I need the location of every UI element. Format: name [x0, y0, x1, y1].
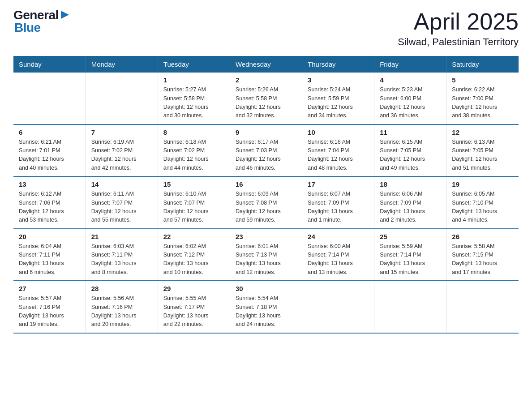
- day-number: 22: [163, 233, 224, 240]
- calendar-cell: 23Sunrise: 6:01 AM Sunset: 7:13 PM Dayli…: [230, 229, 302, 281]
- day-number: 5: [452, 76, 513, 84]
- day-info: Sunrise: 5:54 AM Sunset: 7:18 PM Dayligh…: [236, 294, 296, 329]
- calendar-cell: 9Sunrise: 6:17 AM Sunset: 7:03 PM Daylig…: [230, 124, 302, 177]
- calendar-cell: 4Sunrise: 5:23 AM Sunset: 6:00 PM Daylig…: [374, 73, 446, 124]
- calendar-cell: 15Sunrise: 6:10 AM Sunset: 7:07 PM Dayli…: [158, 176, 230, 229]
- page-subtitle: Silwad, Palestinian Territory: [398, 36, 519, 48]
- day-info: Sunrise: 6:11 AM Sunset: 7:07 PM Dayligh…: [91, 190, 152, 225]
- calendar-cell: 26Sunrise: 5:58 AM Sunset: 7:15 PM Dayli…: [446, 229, 519, 281]
- day-info: Sunrise: 5:55 AM Sunset: 7:17 PM Dayligh…: [163, 294, 224, 329]
- day-info: Sunrise: 6:05 AM Sunset: 7:10 PM Dayligh…: [452, 190, 513, 225]
- day-info: Sunrise: 6:19 AM Sunset: 7:02 PM Dayligh…: [91, 138, 152, 173]
- day-number: 2: [236, 76, 296, 84]
- day-of-week-header: Saturday: [446, 56, 519, 73]
- calendar-cell: 22Sunrise: 6:02 AM Sunset: 7:12 PM Dayli…: [158, 229, 230, 281]
- day-info: Sunrise: 5:24 AM Sunset: 5:59 PM Dayligh…: [308, 86, 369, 120]
- day-number: 10: [308, 128, 369, 136]
- calendar-cell: [86, 73, 158, 124]
- calendar-cell: 14Sunrise: 6:11 AM Sunset: 7:07 PM Dayli…: [86, 176, 158, 229]
- day-of-week-header: Sunday: [13, 56, 86, 73]
- logo: General Blue: [13, 9, 70, 34]
- svg-marker-0: [61, 11, 69, 19]
- calendar-cell: 19Sunrise: 6:05 AM Sunset: 7:10 PM Dayli…: [446, 176, 519, 229]
- calendar-cell: 3Sunrise: 5:24 AM Sunset: 5:59 PM Daylig…: [302, 73, 374, 124]
- day-info: Sunrise: 6:03 AM Sunset: 7:11 PM Dayligh…: [91, 242, 152, 277]
- calendar-cell: [374, 281, 446, 333]
- calendar-cell: 10Sunrise: 6:16 AM Sunset: 7:04 PM Dayli…: [302, 124, 374, 177]
- calendar-cell: 6Sunrise: 6:21 AM Sunset: 7:01 PM Daylig…: [13, 124, 86, 177]
- calendar-week-row: 13Sunrise: 6:12 AM Sunset: 7:06 PM Dayli…: [13, 176, 519, 229]
- calendar-cell: 20Sunrise: 6:04 AM Sunset: 7:11 PM Dayli…: [13, 229, 86, 281]
- day-number: 3: [308, 76, 369, 84]
- calendar-week-row: 1Sunrise: 5:27 AM Sunset: 5:58 PM Daylig…: [13, 73, 519, 124]
- day-number: 14: [91, 180, 152, 188]
- day-info: Sunrise: 6:15 AM Sunset: 7:05 PM Dayligh…: [380, 138, 441, 173]
- day-of-week-header: Tuesday: [158, 56, 230, 73]
- calendar-cell: 18Sunrise: 6:06 AM Sunset: 7:09 PM Dayli…: [374, 176, 446, 229]
- day-number: 21: [91, 233, 152, 240]
- title-block: April 2025 Silwad, Palestinian Territory: [398, 9, 519, 48]
- day-number: 7: [91, 128, 152, 136]
- day-info: Sunrise: 6:09 AM Sunset: 7:08 PM Dayligh…: [236, 190, 296, 225]
- day-info: Sunrise: 5:27 AM Sunset: 5:58 PM Dayligh…: [163, 86, 224, 120]
- day-info: Sunrise: 6:13 AM Sunset: 7:05 PM Dayligh…: [452, 138, 513, 173]
- day-info: Sunrise: 5:59 AM Sunset: 7:14 PM Dayligh…: [380, 242, 441, 277]
- calendar-cell: 12Sunrise: 6:13 AM Sunset: 7:05 PM Dayli…: [446, 124, 519, 177]
- calendar-cell: 7Sunrise: 6:19 AM Sunset: 7:02 PM Daylig…: [86, 124, 158, 177]
- calendar-cell: 17Sunrise: 6:07 AM Sunset: 7:09 PM Dayli…: [302, 176, 374, 229]
- calendar-week-row: 27Sunrise: 5:57 AM Sunset: 7:16 PM Dayli…: [13, 281, 519, 333]
- day-info: Sunrise: 6:04 AM Sunset: 7:11 PM Dayligh…: [19, 242, 80, 277]
- day-info: Sunrise: 5:26 AM Sunset: 5:58 PM Dayligh…: [236, 86, 296, 120]
- calendar-header-row: SundayMondayTuesdayWednesdayThursdayFrid…: [13, 56, 519, 73]
- day-number: 29: [163, 285, 224, 292]
- calendar-cell: 5Sunrise: 6:22 AM Sunset: 7:00 PM Daylig…: [446, 73, 519, 124]
- day-number: 9: [236, 128, 296, 136]
- day-number: 1: [163, 76, 224, 84]
- day-info: Sunrise: 6:22 AM Sunset: 7:00 PM Dayligh…: [452, 86, 513, 120]
- day-number: 15: [163, 180, 224, 188]
- calendar-cell: 2Sunrise: 5:26 AM Sunset: 5:58 PM Daylig…: [230, 73, 302, 124]
- page-header: General Blue April 2025 Silwad, Palestin…: [13, 9, 519, 48]
- day-of-week-header: Monday: [86, 56, 158, 73]
- day-info: Sunrise: 5:56 AM Sunset: 7:16 PM Dayligh…: [91, 294, 152, 329]
- calendar-cell: 13Sunrise: 6:12 AM Sunset: 7:06 PM Dayli…: [13, 176, 86, 229]
- calendar-cell: [302, 281, 374, 333]
- day-number: 11: [380, 128, 441, 136]
- calendar-cell: 1Sunrise: 5:27 AM Sunset: 5:58 PM Daylig…: [158, 73, 230, 124]
- calendar-cell: 24Sunrise: 6:00 AM Sunset: 7:14 PM Dayli…: [302, 229, 374, 281]
- day-info: Sunrise: 6:16 AM Sunset: 7:04 PM Dayligh…: [308, 138, 369, 173]
- day-number: 20: [19, 233, 80, 240]
- day-number: 4: [380, 76, 441, 84]
- day-info: Sunrise: 5:23 AM Sunset: 6:00 PM Dayligh…: [380, 86, 441, 120]
- calendar-cell: 30Sunrise: 5:54 AM Sunset: 7:18 PM Dayli…: [230, 281, 302, 333]
- calendar-week-row: 6Sunrise: 6:21 AM Sunset: 7:01 PM Daylig…: [13, 124, 519, 177]
- day-number: 30: [236, 285, 296, 292]
- calendar-cell: 28Sunrise: 5:56 AM Sunset: 7:16 PM Dayli…: [86, 281, 158, 333]
- day-number: 6: [19, 128, 80, 136]
- day-info: Sunrise: 6:02 AM Sunset: 7:12 PM Dayligh…: [163, 242, 224, 277]
- day-number: 26: [452, 233, 513, 240]
- calendar-cell: 21Sunrise: 6:03 AM Sunset: 7:11 PM Dayli…: [86, 229, 158, 281]
- calendar-cell: 25Sunrise: 5:59 AM Sunset: 7:14 PM Dayli…: [374, 229, 446, 281]
- day-info: Sunrise: 6:00 AM Sunset: 7:14 PM Dayligh…: [308, 242, 369, 277]
- day-number: 27: [19, 285, 80, 292]
- day-number: 28: [91, 285, 152, 292]
- day-of-week-header: Thursday: [302, 56, 374, 73]
- day-info: Sunrise: 6:17 AM Sunset: 7:03 PM Dayligh…: [236, 138, 296, 173]
- day-of-week-header: Wednesday: [230, 56, 302, 73]
- calendar-cell: 16Sunrise: 6:09 AM Sunset: 7:08 PM Dayli…: [230, 176, 302, 229]
- day-info: Sunrise: 6:18 AM Sunset: 7:02 PM Dayligh…: [163, 138, 224, 173]
- calendar-cell: 8Sunrise: 6:18 AM Sunset: 7:02 PM Daylig…: [158, 124, 230, 177]
- day-number: 8: [163, 128, 224, 136]
- calendar-cell: 27Sunrise: 5:57 AM Sunset: 7:16 PM Dayli…: [13, 281, 86, 333]
- day-number: 17: [308, 180, 369, 188]
- day-info: Sunrise: 5:58 AM Sunset: 7:15 PM Dayligh…: [452, 242, 513, 277]
- day-info: Sunrise: 6:06 AM Sunset: 7:09 PM Dayligh…: [380, 190, 441, 225]
- calendar-week-row: 20Sunrise: 6:04 AM Sunset: 7:11 PM Dayli…: [13, 229, 519, 281]
- calendar-table: SundayMondayTuesdayWednesdayThursdayFrid…: [13, 56, 519, 334]
- page-title: April 2025: [398, 9, 519, 34]
- day-number: 24: [308, 233, 369, 240]
- day-of-week-header: Friday: [374, 56, 446, 73]
- day-number: 18: [380, 180, 441, 188]
- day-info: Sunrise: 6:10 AM Sunset: 7:07 PM Dayligh…: [163, 190, 224, 225]
